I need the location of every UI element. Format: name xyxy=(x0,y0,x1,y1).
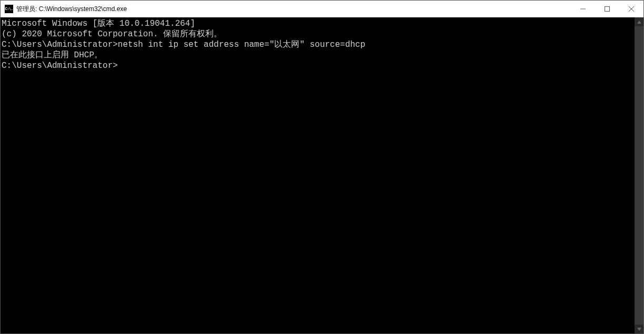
titlebar[interactable]: C:\. 管理员: C:\Windows\system32\cmd.exe xyxy=(1,1,643,17)
close-button[interactable] xyxy=(619,1,643,17)
prompt: C:\Users\Administrator> xyxy=(2,61,118,70)
vertical-scrollbar[interactable] xyxy=(635,17,643,333)
maximize-button[interactable] xyxy=(595,1,619,17)
svg-rect-1 xyxy=(605,7,610,12)
terminal-output[interactable]: Microsoft Windows [版本 10.0.19041.264](c)… xyxy=(1,17,635,333)
svg-marker-5 xyxy=(637,328,641,331)
minimize-icon xyxy=(580,6,586,12)
window-title: 管理员: C:\Windows\system32\cmd.exe xyxy=(16,5,571,14)
chevron-down-icon xyxy=(637,328,641,331)
prompt: C:\Users\Administrator> xyxy=(2,40,118,49)
terminal-area: Microsoft Windows [版本 10.0.19041.264](c)… xyxy=(1,17,643,333)
command-text: netsh int ip set address name="以太网" sour… xyxy=(118,40,365,49)
close-icon xyxy=(629,6,634,12)
cursor xyxy=(118,61,123,70)
minimize-button[interactable] xyxy=(571,1,595,17)
maximize-icon xyxy=(605,6,610,12)
svg-marker-4 xyxy=(637,21,641,24)
output-line: (c) 2020 Microsoft Corporation. 保留所有权利。 xyxy=(2,29,635,39)
prompt-line[interactable]: C:\Users\Administrator> xyxy=(2,60,635,71)
scroll-down-button[interactable] xyxy=(635,325,643,333)
cmd-icon: C:\. xyxy=(5,5,13,13)
window-controls xyxy=(571,1,643,17)
output-line: 已在此接口上启用 DHCP。 xyxy=(2,50,635,60)
output-line: C:\Users\Administrator>netsh int ip set … xyxy=(2,39,635,50)
output-line: Microsoft Windows [版本 10.0.19041.264] xyxy=(2,18,635,29)
cmd-window: C:\. 管理员: C:\Windows\system32\cmd.exe Mi… xyxy=(0,0,644,334)
scroll-up-button[interactable] xyxy=(635,17,643,26)
chevron-up-icon xyxy=(637,21,641,24)
scrollbar-track[interactable] xyxy=(635,26,643,325)
scrollbar-thumb[interactable] xyxy=(635,26,643,325)
